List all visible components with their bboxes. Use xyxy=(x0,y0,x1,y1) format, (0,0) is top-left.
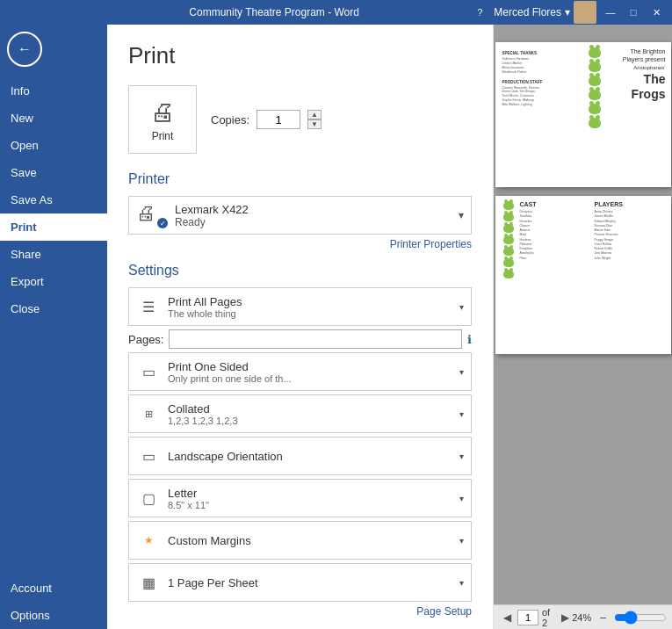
preview-bottom-bar: ◀ of 2 ▶ 24% − + ⊡ xyxy=(494,604,672,629)
user-area[interactable]: Merced Flores ▾ xyxy=(494,1,596,24)
sidebar-bottom: Account Options xyxy=(0,575,107,629)
zoom-slider[interactable] xyxy=(614,611,667,625)
sidebar-item-print[interactable]: Print xyxy=(0,213,107,241)
copies-input[interactable] xyxy=(257,110,300,129)
margins-icon: ★ xyxy=(136,528,161,553)
orientation-dropdown[interactable]: ▭ Landscape Orientation ▾ xyxy=(128,437,472,475)
zoom-out-btn[interactable]: − xyxy=(595,610,611,625)
help-btn[interactable]: ? xyxy=(471,4,488,21)
avatar xyxy=(574,1,596,24)
printer-icon-box: 🖨 ✓ xyxy=(136,202,168,228)
sidebar-nav: Info New Open Save Save As Print Share E… xyxy=(0,77,107,322)
printer-properties-link[interactable]: Printer Properties xyxy=(128,238,472,250)
preview-page-2: CAST Dionysus Xanthias Heracles Charon A… xyxy=(495,196,671,354)
sides-dropdown[interactable]: ▭ Print One Sided Only print on one side… xyxy=(128,352,472,391)
sides-icon: ▭ xyxy=(136,359,161,384)
frog-column xyxy=(589,47,601,182)
page-setup-link[interactable]: Page Setup xyxy=(128,605,472,618)
print-range-icon: ☰ xyxy=(136,294,161,319)
copies-up-btn[interactable]: ▲ xyxy=(307,110,322,119)
pages-input[interactable] xyxy=(169,329,462,349)
pg1-right: The Brighton Players present Aristophane… xyxy=(604,47,666,182)
pg2-frog-1 xyxy=(503,201,514,210)
sidebar-item-account[interactable]: Account xyxy=(0,575,107,602)
pages-info-icon[interactable]: ℹ xyxy=(467,333,472,346)
sidebar-item-saveas[interactable]: Save As xyxy=(0,186,107,213)
minimize-btn[interactable]: — xyxy=(602,4,619,21)
paper-dropdown[interactable]: ▢ Letter 8.5" x 11" ▾ xyxy=(128,479,472,517)
print-range-arrow: ▾ xyxy=(459,302,464,312)
sidebar-item-share[interactable]: Share xyxy=(0,241,107,268)
sidebar-item-export[interactable]: Export xyxy=(0,268,107,295)
copies-area: Copies: ▲ ▼ xyxy=(211,110,322,129)
sides-arrow: ▾ xyxy=(459,367,464,377)
titlebar-right: ? Merced Flores ▾ — □ ✕ xyxy=(471,1,665,24)
copies-label: Copies: xyxy=(211,113,249,127)
collate-arrow: ▾ xyxy=(459,409,464,419)
prev-page-btn[interactable]: ◀ xyxy=(501,610,514,625)
printer-section-title: Printer xyxy=(128,171,472,187)
print-range-dropdown[interactable]: ☰ Print All Pages The whole thing ▾ xyxy=(128,287,472,326)
per-sheet-text: 1 Page Per Sheet xyxy=(168,576,452,589)
per-sheet-arrow: ▾ xyxy=(459,578,464,588)
page-of-label: of 2 xyxy=(542,607,555,628)
copies-down-btn[interactable]: ▼ xyxy=(307,119,322,129)
app: ← Info New Open Save Save As Print Share… xyxy=(0,25,672,629)
margins-main: Custom Margins xyxy=(168,534,452,547)
players-section: PLAYERS Anna Chivers James Murillo Edwar… xyxy=(595,201,666,349)
collate-icon: ⊞ xyxy=(136,401,161,426)
orientation-icon: ▭ xyxy=(136,444,161,468)
paper-sub: 8.5" x 11" xyxy=(168,500,452,510)
production-title: PRODUCTION STAFF xyxy=(502,80,583,84)
sidebar-item-save[interactable]: Save xyxy=(0,159,107,186)
margins-dropdown[interactable]: ★ Custom Margins ▾ xyxy=(128,521,472,560)
close-btn[interactable]: ✕ xyxy=(647,4,665,21)
sides-sub: Only print on one side of th... xyxy=(168,373,452,384)
printer-dropdown-arrow[interactable]: ▾ xyxy=(459,209,464,221)
printer-device-icon: 🖨 xyxy=(136,202,155,224)
pg2-frog-2 xyxy=(503,213,514,221)
sidebar-item-open[interactable]: Open xyxy=(0,132,107,159)
frog-4 xyxy=(589,90,601,100)
sides-text: Print One Sided Only print on one side o… xyxy=(168,360,452,384)
cast-title: CAST xyxy=(520,201,591,207)
sidebar-item-info[interactable]: Info xyxy=(0,77,107,105)
current-page-input[interactable] xyxy=(517,610,538,625)
preview-panel: SPECIAL THANKS Sullivan's Hardware Linda… xyxy=(494,25,672,629)
pg2-frog-7 xyxy=(503,270,514,278)
special-thanks-title: SPECIAL THANKS xyxy=(502,51,583,55)
print-button[interactable]: 🖨 Print xyxy=(128,85,197,154)
username-label: Merced Flores xyxy=(494,6,561,18)
preview-page-1: SPECIAL THANKS Sullivan's Hardware Linda… xyxy=(495,42,671,187)
print-range-sub: The whole thing xyxy=(168,308,452,319)
printer-selector[interactable]: 🖨 ✓ Lexmark X422 Ready ▾ xyxy=(128,196,472,235)
sidebar-item-new[interactable]: New xyxy=(0,105,107,132)
pg2-frog-4 xyxy=(503,235,514,244)
pg2-frog-3 xyxy=(503,224,514,233)
printer-name: Lexmark X422 xyxy=(175,203,452,216)
collate-main: Collated xyxy=(168,402,452,416)
margins-text: Custom Margins xyxy=(168,534,452,547)
sidebar-item-options[interactable]: Options xyxy=(0,602,107,629)
next-page-btn[interactable]: ▶ xyxy=(559,610,572,625)
collate-dropdown[interactable]: ⊞ Collated 1,2,3 1,2,3 1,2,3 ▾ xyxy=(128,394,472,433)
per-sheet-main: 1 Page Per Sheet xyxy=(168,576,452,589)
sides-main: Print One Sided xyxy=(168,360,452,373)
back-button[interactable]: ← xyxy=(7,32,42,67)
pages-label: Pages: xyxy=(128,333,163,346)
maximize-btn[interactable]: □ xyxy=(625,4,642,21)
paper-text: Letter 8.5" x 11" xyxy=(168,487,452,510)
pg2-frog-6 xyxy=(503,258,514,267)
sidebar-item-close[interactable]: Close xyxy=(0,295,107,322)
collate-sub: 1,2,3 1,2,3 1,2,3 xyxy=(168,416,452,426)
titlebar: Community Theatre Program - Word ? Merce… xyxy=(0,0,672,25)
settings-section-title: Settings xyxy=(128,263,472,278)
printer-check-icon: ✓ xyxy=(157,218,168,228)
pg2-frog-col xyxy=(501,201,517,349)
per-sheet-icon: ▦ xyxy=(136,570,161,595)
printer-icon: 🖨 xyxy=(150,98,175,127)
print-panel: Print 🖨 Print Copies: ▲ ▼ Printer xyxy=(107,25,494,629)
copies-spinner: ▲ ▼ xyxy=(307,110,322,129)
frog-5 xyxy=(589,104,601,114)
per-sheet-dropdown[interactable]: ▦ 1 Page Per Sheet ▾ xyxy=(128,563,472,602)
